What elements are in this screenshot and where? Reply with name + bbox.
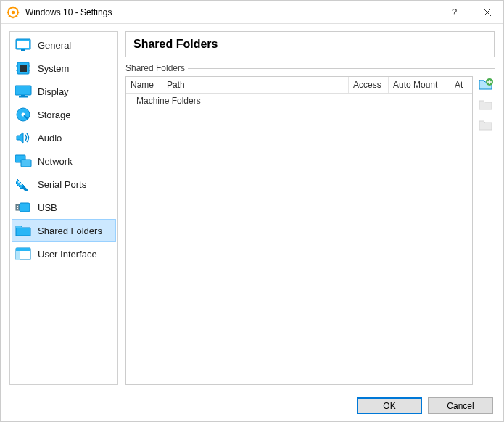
sidebar-item-display[interactable]: Display xyxy=(12,80,116,103)
sidebar-label: System xyxy=(38,63,69,74)
svg-line-6 xyxy=(9,8,10,9)
column-auto-mount[interactable]: Auto Mount xyxy=(389,77,450,93)
usb-icon xyxy=(15,199,32,216)
column-at[interactable]: At xyxy=(450,77,472,93)
shared-folders-table[interactable]: Name Path Access Auto Mount At Machine F… xyxy=(125,76,473,385)
svg-line-9 xyxy=(17,8,18,9)
sidebar-item-shared-folders[interactable]: Shared Folders xyxy=(12,219,116,242)
audio-icon xyxy=(15,129,32,146)
svg-rect-34 xyxy=(17,208,18,209)
sidebar-item-user-interface[interactable]: User Interface xyxy=(12,242,116,265)
folder-icon xyxy=(15,222,32,239)
svg-point-30 xyxy=(20,183,22,185)
ui-icon xyxy=(15,245,32,262)
table-header: Name Path Access Auto Mount At xyxy=(126,77,472,94)
svg-point-1 xyxy=(12,10,15,14)
svg-line-7 xyxy=(17,15,18,17)
svg-rect-14 xyxy=(21,49,25,51)
svg-rect-37 xyxy=(16,251,20,260)
sidebar-item-system[interactable]: System xyxy=(12,57,116,80)
general-icon xyxy=(15,36,32,54)
svg-rect-13 xyxy=(17,41,29,48)
sidebar-item-serial[interactable]: Serial Ports xyxy=(12,173,116,196)
column-path[interactable]: Path xyxy=(162,77,349,93)
system-icon xyxy=(15,59,32,77)
serial-icon xyxy=(15,175,32,193)
svg-rect-23 xyxy=(19,96,28,98)
svg-rect-27 xyxy=(21,160,31,167)
sidebar-label: Shared Folders xyxy=(38,226,102,236)
help-button[interactable]: ? xyxy=(438,1,471,24)
machine-folders-group[interactable]: Machine Folders xyxy=(126,94,472,108)
folder-action-buttons xyxy=(477,76,495,385)
window-title: Windows 10 - Settings xyxy=(25,7,438,17)
page-title: Shared Folders xyxy=(125,31,495,57)
svg-rect-32 xyxy=(20,203,30,212)
svg-rect-33 xyxy=(17,206,18,207)
ok-button[interactable]: OK xyxy=(357,397,422,414)
sidebar-label: Audio xyxy=(38,133,62,144)
sidebar-item-audio[interactable]: Audio xyxy=(12,126,116,149)
close-button[interactable] xyxy=(471,1,503,24)
remove-folder-button xyxy=(477,117,495,134)
settings-sidebar: General System Display Storage Audio Net… xyxy=(9,31,118,385)
storage-icon xyxy=(15,106,32,123)
sidebar-item-usb[interactable]: USB xyxy=(12,196,116,219)
svg-point-29 xyxy=(18,181,20,183)
svg-rect-31 xyxy=(16,204,20,210)
svg-rect-16 xyxy=(20,65,27,72)
sidebar-label: Serial Ports xyxy=(38,179,86,190)
sidebar-label: General xyxy=(38,40,71,51)
sidebar-item-general[interactable]: General xyxy=(12,33,116,57)
svg-rect-21 xyxy=(15,86,31,95)
svg-rect-36 xyxy=(16,248,30,251)
app-icon xyxy=(7,6,20,19)
display-icon xyxy=(15,83,32,100)
svg-rect-22 xyxy=(21,95,25,96)
sidebar-label: Storage xyxy=(38,109,71,120)
cancel-button[interactable]: Cancel xyxy=(428,397,493,414)
sidebar-label: User Interface xyxy=(38,249,97,260)
column-access[interactable]: Access xyxy=(349,77,389,93)
network-icon xyxy=(15,152,32,170)
titlebar: Windows 10 - Settings ? xyxy=(1,1,503,24)
svg-line-8 xyxy=(9,15,10,17)
sidebar-label: Display xyxy=(38,86,69,97)
column-name[interactable]: Name xyxy=(126,77,162,93)
sidebar-label: Network xyxy=(38,156,73,167)
group-label: Shared Folders xyxy=(125,63,495,73)
main-panel: Shared Folders Shared Folders Name Path … xyxy=(125,31,495,385)
sidebar-item-storage[interactable]: Storage xyxy=(12,103,116,126)
edit-folder-button xyxy=(477,96,495,114)
sidebar-label: USB xyxy=(38,202,57,213)
dialog-footer: OK Cancel xyxy=(357,397,493,414)
sidebar-item-network[interactable]: Network xyxy=(12,149,116,173)
add-folder-button[interactable] xyxy=(477,76,495,94)
